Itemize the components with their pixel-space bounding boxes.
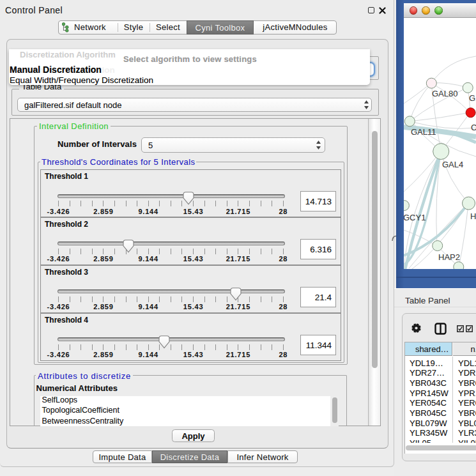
svg-text:H: H bbox=[470, 211, 476, 221]
svg-text:GCY1: GCY1 bbox=[404, 213, 426, 222]
svg-text:G.: G. bbox=[469, 93, 476, 103]
svg-text:GAL11: GAL11 bbox=[411, 127, 436, 137]
svg-text:GAL80: GAL80 bbox=[432, 89, 457, 98]
svg-text:C: C bbox=[471, 123, 476, 132]
svg-text:GAL4: GAL4 bbox=[442, 160, 463, 169]
svg-text:HAP2: HAP2 bbox=[438, 252, 460, 262]
